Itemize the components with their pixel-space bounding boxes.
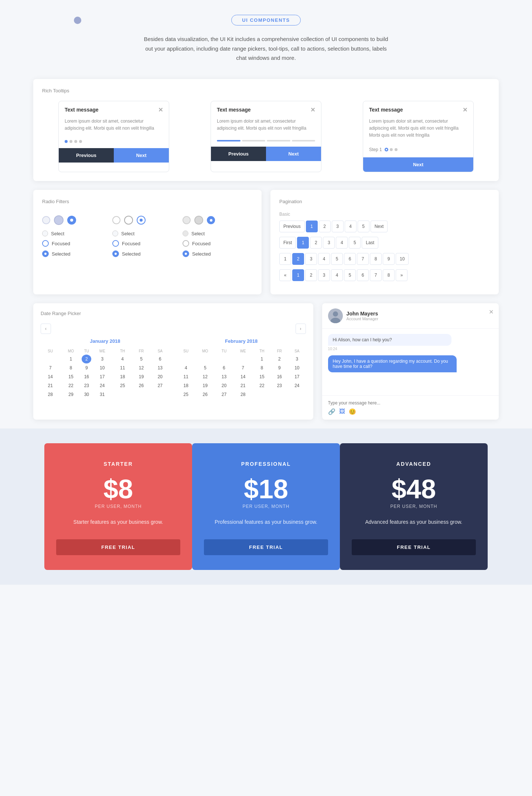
page-8-4[interactable]: 8 [383, 269, 395, 281]
page-3-2[interactable]: 3 [323, 237, 335, 249]
page-2-4[interactable]: 2 [305, 269, 317, 281]
cal-day[interactable]: 20 [151, 372, 170, 381]
cal-day[interactable]: 8 [60, 363, 82, 372]
tooltip-1-prev-button[interactable]: Previous [59, 148, 114, 163]
cal-day[interactable]: 16 [271, 372, 288, 381]
cal-day[interactable]: 26 [195, 390, 215, 399]
chat-emoji-icon[interactable]: 😊 [349, 408, 356, 415]
page-6-3[interactable]: 6 [344, 253, 356, 265]
starter-free-trial-button[interactable]: FREE TRIAL [56, 539, 180, 555]
cal-day[interactable]: 28 [41, 390, 60, 399]
cal-day[interactable]: 19 [195, 381, 215, 390]
chat-image-icon[interactable]: 🖼 [339, 408, 345, 415]
cal-day[interactable]: 28 [233, 390, 253, 399]
cal-day[interactable]: 31 [91, 390, 113, 399]
cal-day[interactable]: 7 [233, 363, 253, 372]
cal-day[interactable]: 14 [233, 372, 253, 381]
page-7-4[interactable]: 7 [370, 269, 382, 281]
radio-icon-gray-sel[interactable] [207, 216, 215, 224]
page-7-3[interactable]: 7 [357, 253, 369, 265]
radio-selected-1[interactable]: Selected [42, 249, 112, 259]
radio-select-3[interactable]: Select [183, 229, 253, 238]
cal-day[interactable]: 13 [151, 363, 170, 372]
page-1-1[interactable]: 1 [306, 221, 318, 232]
radio-select-1[interactable]: Select [42, 229, 112, 238]
cal-day[interactable]: 24 [91, 381, 113, 390]
tooltip-1-next-button[interactable]: Next [114, 148, 169, 163]
cal-day[interactable]: 1 [60, 355, 82, 363]
page-2-3[interactable]: 2 [292, 253, 304, 265]
page-2-1[interactable]: 2 [319, 221, 331, 232]
tooltip-1-close[interactable]: ✕ [158, 106, 163, 113]
cal-day[interactable]: 21 [41, 381, 60, 390]
page-10-3[interactable]: 10 [396, 253, 409, 265]
cal-day[interactable]: 7 [41, 363, 60, 372]
cal-day[interactable]: 6 [215, 363, 233, 372]
cal-day[interactable]: 15 [60, 372, 82, 381]
cal-day[interactable]: 19 [132, 372, 151, 381]
cal-day[interactable]: 13 [215, 372, 233, 381]
cal-day[interactable]: 12 [195, 372, 215, 381]
page-last-2[interactable]: Last [362, 237, 378, 249]
radio-focused-3[interactable]: Focused [183, 238, 253, 249]
cal-day[interactable]: 18 [113, 372, 132, 381]
cal-day[interactable]: 25 [113, 381, 132, 390]
cal-day[interactable]: 20 [215, 381, 233, 390]
cal-day[interactable]: 10 [288, 363, 306, 372]
radio-selected-2[interactable]: Selected [112, 249, 183, 259]
tooltip-2-next-button[interactable]: Next [266, 147, 321, 161]
radio-icon-selected-1[interactable] [67, 216, 76, 225]
cal-day[interactable]: 18 [177, 381, 195, 390]
cal-day[interactable]: 25 [177, 390, 195, 399]
cal-day[interactable]: 22 [253, 381, 270, 390]
cal-day[interactable]: 9 [82, 363, 91, 372]
page-4-3[interactable]: 4 [318, 253, 330, 265]
cal-day[interactable]: 27 [151, 381, 170, 390]
cal-day[interactable]: 8 [253, 363, 270, 372]
cal-day[interactable]: 11 [177, 372, 195, 381]
cal-day[interactable]: 27 [215, 390, 233, 399]
cal-day[interactable]: 1 [253, 355, 270, 363]
tooltip-3-next-button[interactable]: Next [363, 157, 473, 172]
tooltip-2-close[interactable]: ✕ [310, 106, 315, 113]
professional-free-trial-button[interactable]: FREE TRIAL [204, 539, 328, 555]
page-4-2[interactable]: 4 [336, 237, 348, 249]
page-2-2[interactable]: 2 [310, 237, 322, 249]
cal-day[interactable]: 2 [271, 355, 288, 363]
chat-link-icon[interactable]: 🔗 [328, 408, 335, 415]
radio-focused-1[interactable]: Focused [42, 238, 112, 249]
cal-day[interactable]: 23 [82, 381, 91, 390]
cal-day[interactable]: 16 [82, 372, 91, 381]
cal-day[interactable]: 29 [60, 390, 82, 399]
chat-close-button[interactable]: ✕ [489, 308, 494, 315]
page-8-3[interactable]: 8 [370, 253, 382, 265]
cal-day[interactable]: 17 [288, 372, 306, 381]
page-first-2[interactable]: First [279, 237, 296, 249]
page-5-1[interactable]: 5 [358, 221, 369, 232]
cal-day[interactable]: 23 [271, 381, 288, 390]
page-6-4[interactable]: 6 [357, 269, 369, 281]
cal-day[interactable]: 17 [91, 372, 113, 381]
cal-day[interactable]: 10 [91, 363, 113, 372]
tooltip-3-close[interactable]: ✕ [463, 106, 467, 113]
radio-select-2[interactable]: Select [112, 229, 183, 238]
page-prev-4[interactable]: « [279, 269, 291, 281]
page-next-4[interactable]: » [396, 269, 407, 281]
page-3-3[interactable]: 3 [305, 253, 317, 265]
cal-day[interactable]: 21 [233, 381, 253, 390]
advanced-free-trial-button[interactable]: FREE TRIAL [352, 539, 476, 555]
cal-day[interactable]: 12 [132, 363, 151, 372]
cal-next-button[interactable]: › [296, 324, 306, 334]
cal-day[interactable]: 22 [60, 381, 82, 390]
radio-selected-3[interactable]: Selected [183, 249, 253, 259]
cal-day[interactable]: 6 [151, 355, 170, 363]
page-5-3[interactable]: 5 [331, 253, 343, 265]
cal-prev-button[interactable]: ‹ [41, 324, 51, 334]
cal-day[interactable]: 11 [113, 363, 132, 372]
cal-day[interactable]: 15 [253, 372, 270, 381]
page-1-3[interactable]: 1 [279, 253, 291, 265]
cal-day[interactable]: 4 [113, 355, 132, 363]
page-5-4[interactable]: 5 [344, 269, 356, 281]
cal-day[interactable]: 3 [288, 355, 306, 363]
cal-day[interactable]: 30 [82, 390, 91, 399]
